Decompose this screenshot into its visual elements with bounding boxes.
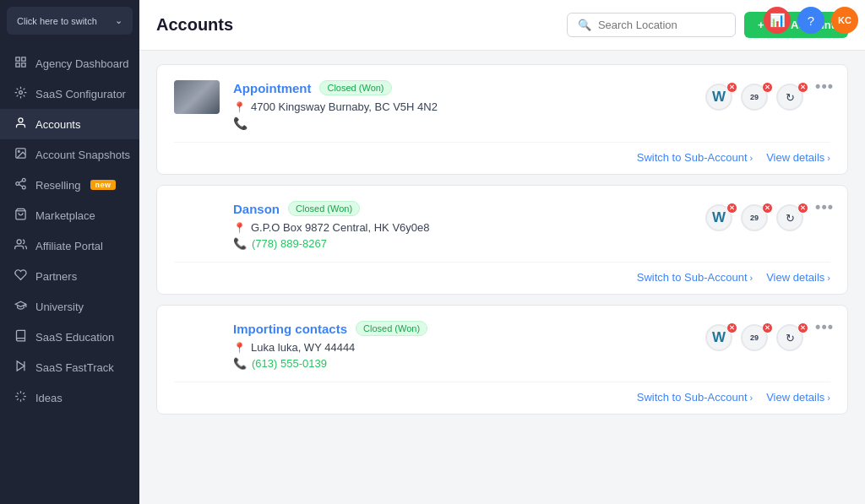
- twenty-icon: 29: [750, 93, 759, 101]
- switcher-arrow-icon: ⌄: [115, 15, 122, 26]
- action-wordpress[interactable]: W ✕: [705, 204, 736, 235]
- top-header: Accounts 🔍 + Add Account: [139, 0, 865, 51]
- action-badge-x: ✕: [726, 82, 737, 93]
- action-badge-x: ✕: [762, 203, 773, 214]
- account-card-importing-contacts: Importing contacts Closed (Won) 📍 Luka l…: [156, 305, 848, 415]
- sidebar-item-marketplace[interactable]: Marketplace: [0, 200, 139, 230]
- footer-link-view-details[interactable]: View details ›: [766, 391, 830, 404]
- help-icon-button[interactable]: ?: [797, 7, 824, 34]
- sidebar-item-agency-dashboard[interactable]: Agency Dashboard: [0, 48, 139, 79]
- refresh-icon: ↻: [786, 91, 795, 104]
- search-box[interactable]: 🔍: [567, 13, 736, 37]
- account-name[interactable]: Appointment: [233, 81, 311, 95]
- account-name[interactable]: Danson: [233, 202, 280, 216]
- user-initials: KC: [838, 15, 851, 25]
- partners-icon: [14, 268, 27, 284]
- main-content: 📊 ? KC Accounts 🔍 + Add Account Appoint: [139, 0, 865, 504]
- help-icon: ?: [808, 14, 814, 28]
- switcher-label: Click here to switch: [17, 16, 97, 26]
- sidebar-item-label: SaaS Education: [35, 331, 114, 344]
- sidebar-item-saas-fasttrack[interactable]: SaaS FastTrack: [0, 352, 139, 382]
- sidebar-item-label: Partners: [35, 270, 77, 283]
- svg-point-5: [19, 118, 23, 122]
- svg-line-21: [17, 398, 19, 400]
- sidebar-item-accounts[interactable]: Accounts: [0, 109, 139, 139]
- footer-link-view-details[interactable]: View details ›: [766, 151, 830, 164]
- footer-link-switch-sub[interactable]: Switch to Sub-Account ›: [637, 151, 753, 164]
- account-card-footer: Switch to Sub-Account › View details ›: [174, 142, 830, 174]
- action-twenty[interactable]: 29 ✕: [741, 84, 771, 114]
- svg-point-12: [17, 240, 21, 244]
- account-card-appointment: Appointment Closed (Won) 📍 4700 Kingsway…: [156, 64, 848, 175]
- footer-link-switch-sub[interactable]: Switch to Sub-Account ›: [637, 271, 753, 284]
- sidebar-item-saas-configurator[interactable]: SaaS Configurator: [0, 79, 139, 109]
- reselling-icon: [14, 177, 27, 192]
- action-badge-x: ✕: [797, 203, 808, 214]
- action-badge-x: ✕: [762, 322, 773, 333]
- footer-link-switch-sub[interactable]: Switch to Sub-Account ›: [637, 391, 753, 404]
- more-options-button[interactable]: •••: [815, 319, 834, 334]
- chevron-right-icon: ›: [827, 393, 830, 403]
- account-thumbnail: [174, 80, 220, 114]
- saas-fasttrack-icon: [14, 360, 27, 375]
- action-wordpress[interactable]: W ✕: [705, 324, 736, 355]
- account-card-footer: Switch to Sub-Account › View details ›: [174, 262, 830, 294]
- footer-link-view-details[interactable]: View details ›: [766, 271, 830, 284]
- search-input[interactable]: [598, 19, 725, 31]
- account-card-danson: Danson Closed (Won) 📍 G.P.O Box 9872 Cen…: [156, 185, 848, 295]
- user-avatar-button[interactable]: KC: [831, 7, 858, 34]
- marketplace-icon: [14, 208, 27, 223]
- svg-point-4: [19, 91, 22, 95]
- agency-dashboard-icon: [14, 56, 27, 71]
- sidebar-item-label: SaaS Configurator: [35, 88, 126, 100]
- sidebar-item-university[interactable]: University: [0, 291, 139, 322]
- status-badge: Closed (Won): [288, 201, 360, 216]
- sidebar-item-ideas[interactable]: Ideas: [0, 382, 139, 413]
- action-refresh[interactable]: ↻ ✕: [776, 324, 807, 355]
- address-text: G.P.O Box 9872 Central, HK V6y0e8: [251, 221, 430, 234]
- sidebar-item-reselling[interactable]: Reselling new: [0, 170, 139, 200]
- svg-line-17: [17, 393, 19, 394]
- sidebar-nav: Agency Dashboard SaaS Configurator Accou…: [0, 41, 139, 504]
- svg-marker-13: [17, 361, 24, 371]
- sidebar-item-saas-education[interactable]: SaaS Education: [0, 322, 139, 352]
- location-icon: 📍: [233, 342, 246, 354]
- action-wordpress[interactable]: W ✕: [705, 84, 736, 114]
- account-name[interactable]: Importing contacts: [233, 322, 347, 336]
- account-switcher[interactable]: Click here to switch ⌄: [7, 7, 133, 35]
- sidebar-item-account-snapshots[interactable]: Account Snapshots: [0, 139, 139, 170]
- twenty-icon: 29: [750, 333, 759, 342]
- more-options-button[interactable]: •••: [815, 79, 834, 94]
- action-refresh[interactable]: ↻ ✕: [776, 84, 807, 114]
- address-text: 4700 Kingsway Burnaby, BC V5H 4N2: [251, 100, 438, 113]
- account-card-footer: Switch to Sub-Account › View details ›: [174, 382, 830, 414]
- sidebar: Click here to switch ⌄ Agency Dashboard …: [0, 0, 139, 504]
- sidebar-item-label: Ideas: [35, 392, 63, 404]
- chevron-right-icon: ›: [827, 273, 830, 283]
- action-twenty[interactable]: 29 ✕: [741, 204, 771, 235]
- action-badge-x: ✕: [797, 322, 808, 333]
- action-badge-x: ✕: [762, 82, 773, 93]
- sidebar-item-label: Reselling: [35, 179, 80, 192]
- address-text: Luka luka, WY 44444: [251, 341, 355, 354]
- sidebar-item-label: Marketplace: [35, 209, 95, 222]
- account-actions: W ✕ 29 ✕ ↻ ✕: [705, 84, 807, 114]
- more-options-button[interactable]: •••: [815, 199, 834, 214]
- sidebar-item-label: SaaS FastTrack: [35, 361, 114, 374]
- new-badge: new: [90, 180, 115, 190]
- svg-line-18: [23, 398, 24, 400]
- sidebar-item-partners[interactable]: Partners: [0, 261, 139, 291]
- svg-point-8: [22, 178, 25, 182]
- sidebar-item-affiliate-portal[interactable]: Affiliate Portal: [0, 230, 139, 261]
- svg-point-10: [22, 186, 25, 189]
- status-badge: Closed (Won): [356, 321, 427, 336]
- saas-configurator-icon: [14, 86, 27, 101]
- chart-icon-button[interactable]: 📊: [764, 7, 791, 34]
- sidebar-item-label: Affiliate Portal: [35, 240, 103, 252]
- action-twenty[interactable]: 29 ✕: [741, 324, 771, 355]
- action-refresh[interactable]: ↻ ✕: [776, 204, 807, 235]
- refresh-icon: ↻: [786, 332, 795, 344]
- action-badge-x: ✕: [726, 322, 737, 333]
- svg-line-22: [23, 393, 24, 394]
- account-phone: 📞 (778) 889-8267: [233, 237, 830, 250]
